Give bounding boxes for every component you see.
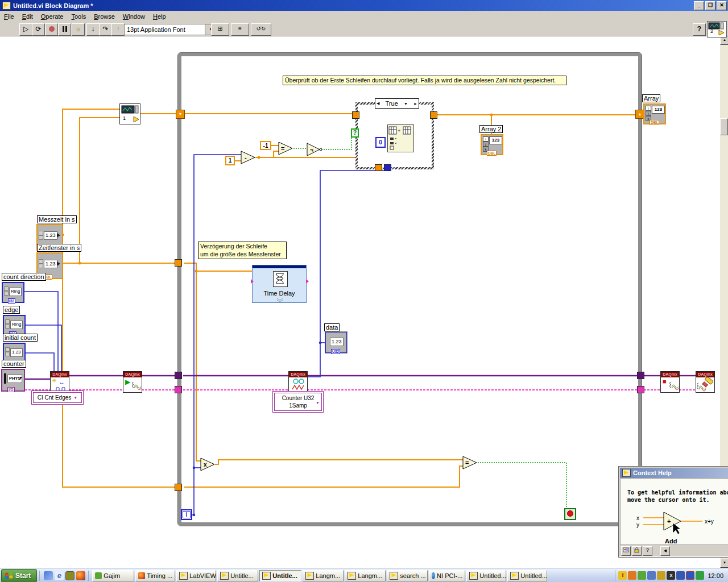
- one-constant[interactable]: 1: [225, 156, 235, 165]
- comment-first-iteration[interactable]: Überprüft ob der Erste Schleifen durchla…: [283, 76, 566, 85]
- context-help-window[interactable]: Context Help To get helpful information …: [618, 466, 728, 558]
- channel-dropdown-icon[interactable]: ▼: [19, 376, 23, 380]
- multiply-node[interactable]: x: [200, 458, 216, 472]
- daqmx-stop-task-node[interactable]: DAQmx ■: [660, 371, 680, 393]
- task-untitled-1[interactable]: Untitle...: [217, 570, 258, 581]
- menu-operate[interactable]: Operate: [37, 12, 68, 21]
- highlight-execution-button[interactable]: ☼: [72, 23, 85, 36]
- menu-edit[interactable]: Edit: [18, 12, 37, 21]
- zero-constant[interactable]: 0: [375, 137, 386, 148]
- not-node[interactable]: ¬: [307, 143, 322, 157]
- pause-button[interactable]: [58, 23, 71, 36]
- case-prev-icon[interactable]: ◀: [377, 101, 379, 106]
- array-label[interactable]: Array: [642, 94, 660, 102]
- increment-icon[interactable]: [39, 231, 43, 235]
- case-selector-label[interactable]: ◀ True ▼ ►: [375, 98, 419, 109]
- edge-control[interactable]: Ring I32: [3, 315, 26, 336]
- decrement-icon[interactable]: [39, 235, 43, 240]
- menu-file[interactable]: File: [0, 12, 18, 21]
- run-button[interactable]: ▷: [19, 23, 32, 36]
- ci-cnt-edges-dropdown[interactable]: CI Cnt Edges▼: [33, 392, 82, 403]
- reorder-button[interactable]: ↺↻: [251, 23, 271, 36]
- tray-gajim-icon[interactable]: [638, 571, 646, 580]
- edge-label[interactable]: edge: [3, 306, 20, 314]
- daqmx-start-task-node[interactable]: DAQmx ▶: [123, 371, 142, 393]
- tray-monitors-icon[interactable]: [696, 571, 704, 580]
- zeitfenster-label[interactable]: Zeitfenster in s: [37, 244, 81, 252]
- data-indicator[interactable]: 1.23 U32: [325, 332, 347, 353]
- tray-clock-sync-icon[interactable]: [686, 571, 694, 580]
- minimize-button[interactable]: _: [694, 1, 704, 10]
- count-direction-control[interactable]: Ring I32: [2, 282, 24, 303]
- initial-count-control[interactable]: 1.23: [3, 343, 26, 362]
- simple-help-icon[interactable]: [621, 546, 631, 556]
- menu-window[interactable]: Window: [119, 12, 149, 21]
- menu-help[interactable]: Help: [149, 12, 170, 21]
- task-langmuir-2[interactable]: Langm...: [345, 570, 386, 581]
- abort-button[interactable]: [45, 23, 58, 36]
- initialize-array-node[interactable]: 1: [119, 103, 140, 124]
- daqmx-create-channel-node[interactable]: DAQmx ✳ ↔: [50, 371, 69, 393]
- context-help-titlebar[interactable]: Context Help: [620, 468, 728, 478]
- minus-one-constant[interactable]: -1: [260, 141, 271, 150]
- task-timing[interactable]: Timing ...: [135, 570, 175, 581]
- case-dropdown-icon[interactable]: ▼: [404, 102, 408, 106]
- titlebar[interactable]: Untitled.vi Block Diagram * _ ❐ ✕: [0, 0, 728, 11]
- loop-condition-terminal[interactable]: [564, 508, 576, 520]
- tray-security-shield-icon[interactable]: !: [618, 571, 627, 580]
- daqmx-read-node[interactable]: DAQmx: [288, 371, 308, 393]
- quicklaunch-app-icon[interactable]: [44, 571, 53, 580]
- task-ni-pci[interactable]: NI PCI-...: [429, 570, 465, 581]
- insert-into-array-node[interactable]: +: [387, 124, 414, 152]
- shift-register-left[interactable]: ▼: [176, 110, 185, 119]
- tray-java-icon[interactable]: [628, 571, 636, 580]
- menu-browse[interactable]: Browse: [90, 12, 119, 21]
- subtract-node[interactable]: -: [241, 151, 256, 165]
- equal-node-2[interactable]: =: [462, 456, 478, 470]
- counter-mode-dropdown[interactable]: Counter U32 1Samp ▼: [274, 393, 322, 411]
- taskbar-clock[interactable]: 12:00: [708, 572, 723, 579]
- counter-label[interactable]: counter: [2, 360, 26, 368]
- expand-chevron-icon[interactable]: [276, 298, 283, 302]
- tray-lock-icon[interactable]: [657, 571, 665, 580]
- task-untitled-3[interactable]: Untitled...: [507, 570, 547, 581]
- quicklaunch-firefox-icon[interactable]: [76, 571, 85, 580]
- restore-button[interactable]: ❐: [705, 1, 715, 10]
- close-button[interactable]: ✕: [717, 1, 727, 10]
- loop-iteration-terminal[interactable]: i: [181, 509, 192, 520]
- data-label[interactable]: data: [324, 323, 340, 331]
- start-button[interactable]: Start: [1, 569, 37, 582]
- step-into-button[interactable]: ↓: [86, 23, 100, 36]
- context-help-button[interactable]: ?: [693, 23, 706, 36]
- help-scroll-left-icon[interactable]: ◀: [660, 546, 670, 556]
- block-diagram-canvas[interactable]: Überprüft ob der Erste Schleifen durchla…: [0, 0, 728, 568]
- vi-icon[interactable]: 2: [707, 21, 727, 38]
- counter-control[interactable]: PHYS ▼ I/O: [1, 369, 25, 392]
- tray-network-icon[interactable]: [647, 571, 656, 580]
- time-delay-express-vi[interactable]: Time Delay: [252, 265, 307, 303]
- tray-x-icon[interactable]: x: [667, 571, 675, 580]
- task-gajim[interactable]: Gajim: [92, 570, 134, 581]
- run-continuous-button[interactable]: ⟳: [32, 23, 45, 36]
- scroll-down-icon[interactable]: ▼: [720, 559, 728, 568]
- scrollbar-thumb[interactable]: [720, 118, 728, 135]
- comment-delay[interactable]: Verzögerung der Schleife um die größe de…: [198, 242, 287, 259]
- array2-indicator[interactable]: i j k 123 DBL: [481, 134, 503, 155]
- step-over-button[interactable]: ↷: [99, 23, 112, 36]
- step-out-button[interactable]: ↑: [111, 23, 125, 36]
- detailed-help-icon[interactable]: ?: [643, 546, 652, 556]
- menu-tools[interactable]: Tools: [67, 12, 90, 21]
- daqmx-clear-task-node[interactable]: DAQmx: [696, 371, 715, 393]
- font-selector[interactable]: 13pt Application Font: [124, 24, 209, 35]
- quicklaunch-timer-icon[interactable]: [65, 571, 75, 580]
- task-untitled-2[interactable]: Untitled...: [466, 570, 506, 581]
- align-objects-button[interactable]: ⊞: [211, 23, 229, 36]
- initial-count-label[interactable]: initial count: [3, 334, 38, 342]
- task-labview[interactable]: LabVIEW: [176, 570, 216, 581]
- equal-node[interactable]: =: [278, 142, 293, 156]
- messzeit-label[interactable]: Messzeit in s: [37, 215, 77, 223]
- count-direction-label[interactable]: count direction: [2, 273, 46, 281]
- array2-label[interactable]: Array 2: [479, 125, 503, 133]
- task-langmuir-1[interactable]: Langm...: [303, 570, 344, 581]
- distribute-objects-button[interactable]: ≡: [231, 23, 249, 36]
